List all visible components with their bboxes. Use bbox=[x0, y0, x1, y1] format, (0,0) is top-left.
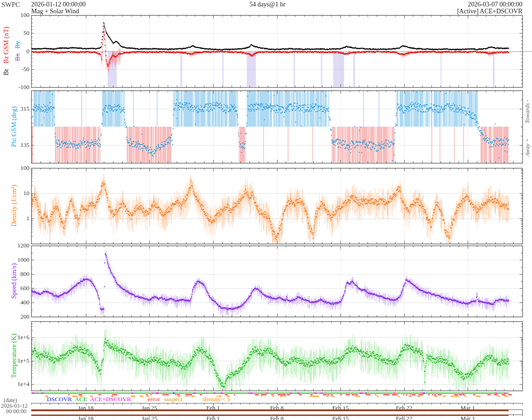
date-tick-label: Mar 1 bbox=[451, 415, 485, 420]
date-tick-label: Jan 18 bbox=[69, 415, 103, 420]
y-tick-label: 10 bbox=[8, 190, 29, 197]
legend-item-ace[interactable]: ACE bbox=[75, 396, 87, 403]
y-tick-label: 0 bbox=[8, 48, 29, 55]
y-tick-label: -100 bbox=[8, 84, 29, 91]
data-source-status: [Active] ACE+DSCOVR bbox=[430, 8, 522, 15]
time-range-slider[interactable] bbox=[31, 410, 509, 415]
legend: DSCOVRACEACE+DSCOVRerrorsuspectdensity <… bbox=[47, 396, 230, 403]
y-tick-label: 1e+6 bbox=[8, 334, 29, 341]
y-tick-label: 400 bbox=[8, 299, 29, 306]
phi-away-label: Away + bbox=[524, 138, 531, 157]
legend-item-suspect[interactable]: suspect bbox=[164, 396, 182, 403]
date-tick-label: Feb 22 bbox=[387, 415, 421, 420]
window-end-time: 2026-03-07 00:00:00 bbox=[430, 1, 522, 8]
y-tick-label: 1e+4 bbox=[8, 381, 29, 388]
date-tick-label: Jan 25 bbox=[132, 415, 166, 420]
y-tick-label: 600 bbox=[8, 285, 29, 292]
y-tick-label: 800 bbox=[8, 270, 29, 278]
timeseries-plot-canvas bbox=[0, 0, 532, 420]
app-brand: SWPC bbox=[1, 1, 20, 9]
y-tick-label: 200 bbox=[8, 313, 29, 320]
legend-item-dscovr[interactable]: DSCOVR bbox=[47, 396, 72, 403]
y-tick-label: 50 bbox=[8, 29, 29, 37]
phi-towards-label: Towards - bbox=[524, 100, 531, 123]
y-tick-label: -50 bbox=[8, 66, 29, 73]
speed-axis-label[interactable]: Speed (km/s) bbox=[10, 263, 18, 299]
y-tick-label: 1 bbox=[8, 215, 29, 222]
date-tick-label: Feb 8 bbox=[260, 415, 294, 420]
y-tick-label: 1e+5 bbox=[8, 357, 29, 364]
date-tick-label: Feb 1 bbox=[196, 415, 230, 420]
plot-mode-label[interactable]: Mag + Solar Wind bbox=[31, 8, 79, 15]
y-tick-label: 135 bbox=[8, 141, 29, 149]
window-duration: 54 days@1 hr bbox=[221, 1, 313, 8]
legend-item-ace-dscovr[interactable]: ACE+DSCOVR bbox=[90, 396, 131, 403]
date-tick-label: Feb 15 bbox=[323, 415, 357, 420]
footer-time: 00:00:00 bbox=[6, 408, 26, 415]
y-tick-label: 315 bbox=[8, 105, 29, 112]
y-tick-label: 1200 bbox=[8, 242, 29, 249]
legend-item-error[interactable]: error bbox=[147, 396, 159, 403]
y-tick-label: 1000 bbox=[8, 256, 29, 263]
y-tick-label: 100 bbox=[8, 164, 29, 172]
swpc-solar-wind-viewer: SWPC 2026-01-12 00:00:00 Mag + Solar Win… bbox=[0, 0, 532, 420]
legend-item-density-1[interactable]: density < 1 bbox=[203, 396, 230, 403]
y-tick-label: 100 bbox=[8, 11, 29, 19]
window-start-time: 2026-01-12 00:00:00 bbox=[31, 1, 86, 8]
